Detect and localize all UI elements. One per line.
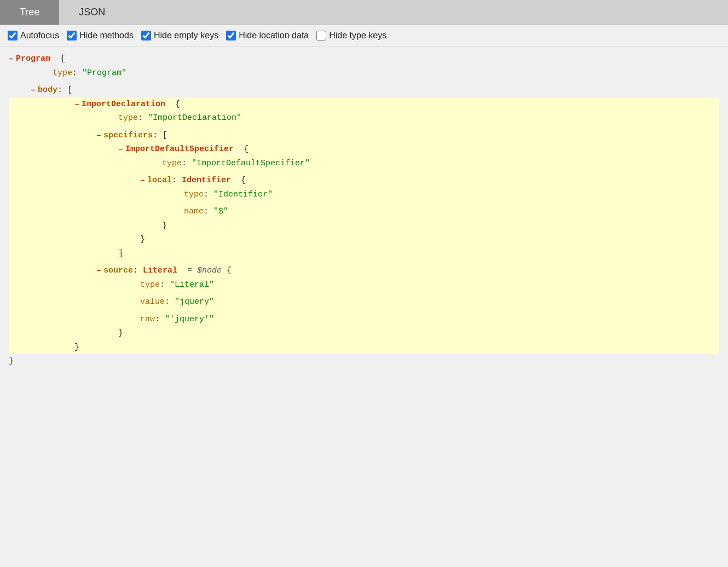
import-type-row: type : "ImportDeclaration"	[9, 111, 719, 125]
import-default-close-row: }	[9, 233, 719, 247]
raw-key: raw	[140, 313, 155, 327]
autofocus-label: Autofocus	[20, 31, 59, 40]
local-row: – local : Identifier {	[9, 173, 719, 188]
import-type-colon: :	[138, 111, 148, 125]
program-close-row: }	[9, 354, 719, 368]
literal-node-name: Literal	[143, 264, 177, 278]
hide-location-data-checkbox[interactable]	[226, 31, 236, 40]
import-default-type-row: type : "ImportDefaultSpecifier"	[9, 157, 719, 171]
import-decl-close-brace: }	[74, 340, 79, 355]
specifiers-open-bracket: [	[163, 129, 167, 143]
identifier-node-name: Identifier	[182, 173, 231, 188]
name-colon: :	[204, 205, 213, 219]
specifiers-row: – specifiers : [	[9, 129, 719, 143]
highlighted-section: – ImportDeclaration { type : "ImportDecl…	[9, 97, 719, 340]
hide-location-data-label: Hide location data	[239, 31, 309, 40]
program-type-val: "Program"	[82, 66, 126, 80]
local-collapse-btn[interactable]: –	[140, 173, 145, 188]
specifiers-key: specifiers	[103, 129, 153, 143]
hide-location-data-checkbox-item[interactable]: Hide location data	[226, 31, 309, 40]
local-colon: :	[172, 173, 182, 188]
autofocus-checkbox-item[interactable]: Autofocus	[8, 31, 59, 40]
hide-type-keys-checkbox-item[interactable]: Hide type keys	[316, 31, 386, 40]
identifier-type-row: type : "Identifier"	[9, 188, 719, 202]
program-close-brace: }	[9, 354, 14, 368]
body-colon: :	[57, 83, 67, 97]
source-row: – source : Literal = $node {	[9, 264, 719, 278]
literal-type-key: type	[140, 278, 160, 292]
autofocus-checkbox[interactable]	[8, 31, 18, 40]
name-val: "$"	[213, 205, 228, 219]
import-default-type-key: type	[162, 157, 182, 171]
import-default-type-val: "ImportDefaultSpecifier"	[192, 157, 310, 171]
import-decl-collapse-btn[interactable]: –	[74, 97, 79, 112]
program-type-key: type	[53, 66, 72, 80]
source-colon: :	[133, 264, 143, 278]
raw-val: "'jquery'"	[165, 313, 214, 327]
import-decl-node-name: ImportDeclaration	[82, 97, 165, 112]
source-equals-node: = $node	[177, 264, 227, 278]
value-row: value : "jquery"	[9, 295, 719, 309]
literal-close-brace: }	[118, 326, 123, 340]
source-collapse-btn[interactable]: –	[96, 264, 101, 278]
literal-open-brace: {	[227, 264, 232, 278]
identifier-close-brace: }	[162, 219, 167, 233]
body-key: body	[38, 83, 57, 97]
body-collapse-btn[interactable]: –	[31, 83, 36, 97]
value-colon: :	[165, 295, 175, 309]
import-default-type-colon: :	[182, 157, 192, 171]
name-key: name	[184, 205, 204, 219]
import-default-collapse-btn[interactable]: –	[118, 142, 123, 157]
toolbar: Autofocus Hide methods Hide empty keys H…	[0, 25, 728, 47]
program-collapse-btn[interactable]: –	[9, 52, 14, 66]
tab-json[interactable]: JSON	[59, 0, 125, 25]
identifier-close-row: }	[9, 219, 719, 233]
specifiers-colon: :	[153, 129, 163, 143]
hide-empty-keys-checkbox[interactable]	[141, 31, 151, 40]
identifier-open-brace: {	[231, 173, 246, 188]
import-decl-row: – ImportDeclaration {	[9, 97, 719, 112]
hide-methods-checkbox-item[interactable]: Hide methods	[67, 31, 134, 40]
tab-tree[interactable]: Tree	[0, 0, 59, 25]
value-val: "jquery"	[175, 295, 214, 309]
import-default-close-brace: }	[140, 233, 145, 247]
literal-type-colon: :	[160, 278, 170, 292]
hide-type-keys-checkbox[interactable]	[316, 31, 326, 40]
hide-empty-keys-checkbox-item[interactable]: Hide empty keys	[141, 31, 218, 40]
local-key: local	[147, 173, 172, 188]
program-type-colon: :	[72, 66, 82, 80]
import-default-row: – ImportDefaultSpecifier {	[9, 142, 719, 157]
specifiers-close-row: ]	[9, 247, 719, 261]
hide-empty-keys-label: Hide empty keys	[154, 31, 218, 40]
program-open-brace: {	[50, 52, 65, 66]
specifiers-close-bracket: ]	[118, 247, 123, 261]
tree-content: – Program { type : "Program" – body : [ …	[0, 47, 728, 374]
program-type-row: type : "Program"	[9, 66, 719, 80]
hide-methods-label: Hide methods	[79, 31, 134, 40]
import-type-val: "ImportDeclaration"	[148, 111, 241, 125]
value-key: value	[140, 295, 165, 309]
import-decl-close-row: }	[9, 340, 719, 355]
body-row: – body : [	[9, 83, 719, 97]
program-row: – Program {	[9, 52, 719, 66]
import-default-open-brace: {	[234, 142, 249, 157]
raw-row: raw : "'jquery'"	[9, 313, 719, 327]
import-type-key: type	[118, 111, 138, 125]
specifiers-collapse-btn[interactable]: –	[96, 129, 101, 143]
hide-type-keys-label: Hide type keys	[329, 31, 386, 40]
tab-bar: Tree JSON	[0, 0, 728, 25]
literal-type-val: "Literal"	[170, 278, 214, 292]
raw-colon: :	[155, 313, 165, 327]
body-open-bracket: [	[67, 83, 72, 97]
literal-close-row: }	[9, 326, 719, 340]
import-default-node-name: ImportDefaultSpecifier	[125, 142, 234, 157]
hide-methods-checkbox[interactable]	[67, 31, 77, 40]
name-row: name : "$"	[9, 205, 719, 219]
identifier-type-colon: :	[204, 188, 213, 202]
program-node-name: Program	[16, 52, 50, 66]
source-key: source	[103, 264, 133, 278]
identifier-type-val: "Identifier"	[213, 188, 273, 202]
import-decl-open-brace: {	[165, 97, 180, 112]
literal-type-row: type : "Literal"	[9, 278, 719, 292]
identifier-type-key: type	[184, 188, 204, 202]
